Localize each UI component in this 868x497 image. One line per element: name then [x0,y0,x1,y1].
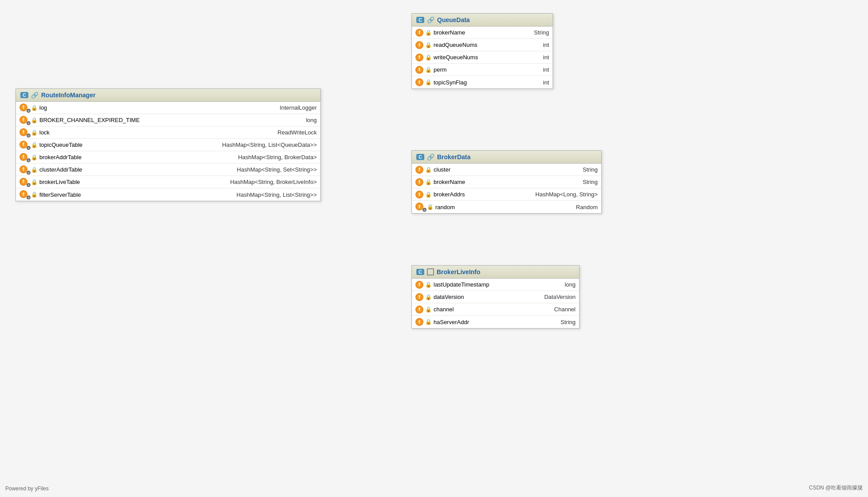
field-name: writeQueueNums [434,54,538,61]
lock-icon: 🔒 [425,79,432,85]
field-topicsynflag: f 🔒 topicSynFlag int [412,76,553,88]
field-name: brokerName [434,179,577,185]
field-icon-f: f [415,29,423,37]
field-type: HashMap<String, BrokerLiveInfo> [230,179,317,185]
field-log: f ⚙ 🔒 log InternalLogger [16,102,320,114]
box-queuedata: C 🔗 QueueData f 🔒 brokerName String f 🔒 … [411,13,553,89]
field-name: random [435,204,571,210]
field-type: String [583,179,598,185]
class-title: QueueData [437,16,470,23]
lock-icon: 🔒 [31,130,38,136]
lock-icon: 🔒 [31,167,38,173]
watermark-left: Powered by yFiles [5,486,49,492]
field-broker-channel: f ⚙ 🔒 BROKER_CHANNEL_EXPIRED_TIME long [16,114,320,126]
field-type: int [543,54,549,61]
class-title: BrokerLiveInfo [437,268,480,275]
lock-icon: 🔒 [31,117,38,123]
field-name: channel [434,306,549,313]
field-icon-f: f [415,293,423,301]
field-brokeraddrs: f 🔒 brokerAddrs HashMap<Long, String> [412,188,601,201]
field-name: topicSynFlag [434,79,538,86]
field-name: topicQueueTable [39,141,217,148]
lock-icon: 🔒 [427,204,434,210]
lock-icon: 🔒 [425,54,432,61]
field-icon-f: f [415,281,423,289]
link-icon: 🔗 [31,92,38,99]
c-badge: C [20,92,28,98]
field-type: int [543,79,549,86]
box-routeinfomanager: C 🔗 RouteInfoManager f ⚙ 🔒 log InternalL… [15,88,321,201]
field-lastupdatetimestamp: f 🔒 lastUpdateTimestamp long [412,279,579,291]
field-type: String [561,319,576,325]
field-icon-f: f [415,191,423,199]
field-clusteraddrtable: f ⚙ 🔒 clusterAddrTable HashMap<String, S… [16,164,320,176]
header-brokerliveinfo: C BrokerLiveInfo [412,266,579,279]
field-icon-f: f [415,166,423,174]
field-type: DataVersion [544,294,576,300]
field-name: cluster [434,166,577,173]
field-type: InternalLogger [280,104,317,111]
field-readqueuenums: f 🔒 readQueueNums int [412,39,553,51]
field-type: ReadWriteLock [277,129,317,136]
field-name: readQueueNums [434,42,538,48]
link-icon: 🔗 [427,16,434,23]
field-dataversion: f 🔒 dataVersion DataVersion [412,291,579,303]
field-cluster: f 🔒 cluster String [412,164,601,176]
field-haserveraddr: f 🔒 haServerAddr String [412,316,579,328]
field-icon-f: f [415,318,423,326]
field-brokername: f 🔒 brokerName String [412,27,553,39]
open-circle-icon [427,268,434,275]
field-type: HashMap<String, BrokerData> [238,154,317,161]
box-brokerliveinfo: C BrokerLiveInfo f 🔒 lastUpdateTimestamp… [411,265,580,329]
field-perm: f 🔒 perm int [412,64,553,76]
lock-icon: 🔒 [425,294,432,300]
field-type: long [306,117,317,123]
field-type: String [534,29,549,36]
field-type: HashMap<String, Set<String>> [237,166,317,173]
lock-icon: 🔒 [425,167,432,173]
field-icon-f: f [415,78,423,86]
lock-icon: 🔒 [31,179,38,185]
field-type: String [583,166,598,173]
field-icon-f: f [415,306,423,313]
diagram-canvas: C 🔗 RouteInfoManager f ⚙ 🔒 log InternalL… [0,0,868,497]
field-writequeuenums: f 🔒 writeQueueNums int [412,51,553,64]
field-brokeraddrtable: f ⚙ 🔒 brokerAddrTable HashMap<String, Br… [16,151,320,164]
lock-icon: 🔒 [31,105,38,111]
field-name: brokerName [434,29,529,36]
header-brokerdata: C 🔗 BrokerData [412,151,601,164]
field-type: int [543,66,549,73]
lock-icon: 🔒 [31,142,38,148]
field-icon-f: f [415,66,423,74]
field-name: clusterAddrTable [39,166,231,173]
field-type: long [565,281,576,288]
field-name: brokerLiveTable [39,179,225,185]
field-type: HashMap<Long, String> [535,191,598,198]
lock-icon: 🔒 [425,319,432,325]
lock-icon: 🔒 [425,191,432,198]
watermark-right: CSDN @吃看烟雨朦胧 [809,484,863,492]
c-badge: C [416,269,424,275]
field-channel: f 🔒 channel Channel [412,303,579,316]
lock-icon: 🔒 [425,42,432,48]
lock-icon: 🔒 [425,67,432,73]
lock-icon: 🔒 [425,306,432,313]
field-random: f ⚙ 🔒 random Random [412,201,601,213]
link-icon: 🔗 [427,153,434,161]
field-name: brokerAddrTable [39,154,233,161]
field-icon-f: f [415,54,423,61]
field-topicqueuetable: f ⚙ 🔒 topicQueueTable HashMap<String, Li… [16,139,320,151]
field-brokerlivetable: f ⚙ 🔒 brokerLiveTable HashMap<String, Br… [16,176,320,188]
field-name: perm [434,66,538,73]
box-brokerdata: C 🔗 BrokerData f 🔒 cluster String f 🔒 br… [411,150,602,214]
field-name: filterServerTable [39,191,231,198]
field-name: lastUpdateTimestamp [434,281,559,288]
c-badge: C [416,17,424,23]
lock-icon: 🔒 [425,30,432,36]
lock-icon: 🔒 [31,191,38,198]
field-type: Random [576,204,598,210]
field-brokername2: f 🔒 brokerName String [412,176,601,188]
field-type: HashMap<String, List<String>> [237,191,317,198]
field-name: log [39,104,274,111]
lock-icon: 🔒 [425,179,432,185]
